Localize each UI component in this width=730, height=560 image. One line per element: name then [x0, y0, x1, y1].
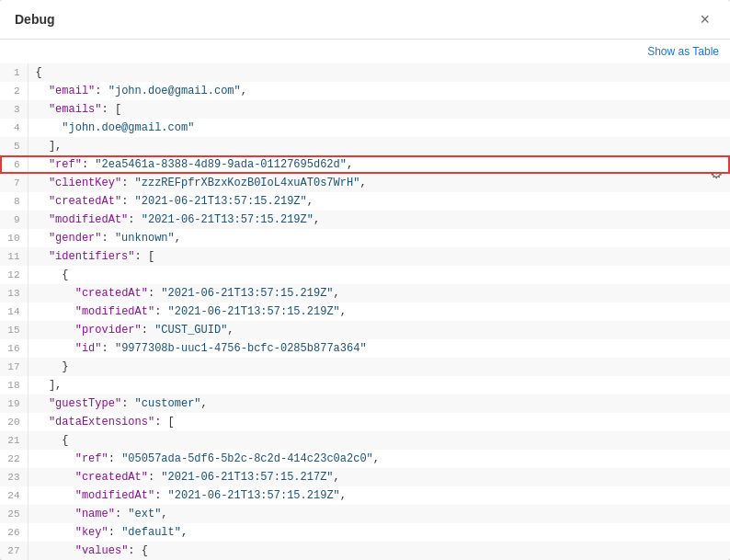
- line-content: "modifiedAt": "2021-06-21T13:57:15.219Z"…: [28, 303, 730, 321]
- line-content: "identifiers": [: [28, 247, 730, 266]
- line-content: "john.doe@gmail.com": [28, 119, 730, 137]
- table-row: 26 "key": "default",: [0, 523, 730, 542]
- table-row: 8 "createdAt": "2021-06-21T13:57:15.219Z…: [0, 192, 730, 211]
- table-row: 11 "identifiers": [: [0, 247, 730, 266]
- table-row: 12 {: [0, 266, 730, 284]
- line-number: 6: [0, 155, 28, 174]
- toolbar: Show as Table: [0, 40, 730, 63]
- debug-dialog: Debug × Show as Table 1{2 "email": "john…: [0, 0, 730, 560]
- json-table: 1{2 "email": "john.doe@gmail.com",3 "ema…: [0, 63, 730, 560]
- line-number: 10: [0, 229, 28, 247]
- table-row: 15 "provider": "CUST_GUID",: [0, 321, 730, 339]
- line-content: "createdAt": "2021-06-21T13:57:15.217Z",: [28, 468, 730, 486]
- line-number: 17: [0, 358, 28, 376]
- table-row: 27 "values": {: [0, 542, 730, 560]
- table-row: 22 "ref": "05057ada-5df6-5b2c-8c2d-414c2…: [0, 450, 730, 468]
- line-number: 5: [0, 137, 28, 155]
- line-content: }: [28, 358, 730, 376]
- line-number: 27: [0, 542, 28, 560]
- table-row: 19 "guestType": "customer",: [0, 394, 730, 413]
- table-row: 17 }: [0, 358, 730, 376]
- line-content: {: [28, 431, 730, 450]
- line-content: "values": {: [28, 542, 730, 560]
- line-number: 12: [0, 266, 28, 284]
- line-content: "ref": "2ea5461a-8388-4d89-9ada-01127695…: [28, 155, 730, 174]
- line-content: {: [28, 63, 730, 82]
- line-content: "modifiedAt": "2021-06-21T13:57:15.219Z"…: [28, 486, 730, 505]
- line-content: "provider": "CUST_GUID",: [28, 321, 730, 339]
- line-content: "dataExtensions": [: [28, 413, 730, 431]
- line-number: 3: [0, 100, 28, 119]
- line-content: {: [28, 266, 730, 284]
- line-content: ],: [28, 137, 730, 155]
- line-content: "ref": "05057ada-5df6-5b2c-8c2d-414c23c0…: [28, 450, 730, 468]
- table-row: 7 "clientKey": "zzzREFpfrXBzxKozB0IoL4xu…: [0, 174, 730, 192]
- table-row: 9 "modifiedAt": "2021-06-21T13:57:15.219…: [0, 211, 730, 229]
- table-row: 23 "createdAt": "2021-06-21T13:57:15.217…: [0, 468, 730, 486]
- line-content: "emails": [: [28, 100, 730, 119]
- table-row: 18 ],: [0, 376, 730, 394]
- line-number: 16: [0, 339, 28, 358]
- table-row: 20 "dataExtensions": [: [0, 413, 730, 431]
- table-row: 2 "email": "john.doe@gmail.com",: [0, 82, 730, 100]
- line-content: "clientKey": "zzzREFpfrXBzxKozB0IoL4xuAT…: [28, 174, 730, 192]
- line-content: "email": "john.doe@gmail.com",: [28, 82, 730, 100]
- table-row: 16 "id": "9977308b-uuc1-4756-bcfc-0285b8…: [0, 339, 730, 358]
- line-number: 4: [0, 119, 28, 137]
- line-content: ],: [28, 376, 730, 394]
- line-number: 13: [0, 284, 28, 303]
- table-row: 3 "emails": [: [0, 100, 730, 119]
- line-number: 15: [0, 321, 28, 339]
- table-row: 25 "name": "ext",: [0, 505, 730, 523]
- table-row: 21 {: [0, 431, 730, 450]
- line-number: 23: [0, 468, 28, 486]
- line-number: 11: [0, 247, 28, 266]
- dialog-header: Debug ×: [0, 0, 730, 40]
- line-number: 22: [0, 450, 28, 468]
- table-row: 6 "ref": "2ea5461a-8388-4d89-9ada-011276…: [0, 155, 730, 174]
- table-row: 10 "gender": "unknown",: [0, 229, 730, 247]
- line-content: "createdAt": "2021-06-21T13:57:15.219Z",: [28, 284, 730, 303]
- line-content: "name": "ext",: [28, 505, 730, 523]
- line-number: 14: [0, 303, 28, 321]
- table-row: 24 "modifiedAt": "2021-06-21T13:57:15.21…: [0, 486, 730, 505]
- line-number: 2: [0, 82, 28, 100]
- table-row: 5 ],: [0, 137, 730, 155]
- line-number: 20: [0, 413, 28, 431]
- line-number: 24: [0, 486, 28, 505]
- table-row: 14 "modifiedAt": "2021-06-21T13:57:15.21…: [0, 303, 730, 321]
- line-number: 7: [0, 174, 28, 192]
- show-as-table-button[interactable]: Show as Table: [647, 45, 719, 58]
- dialog-title: Debug: [15, 12, 55, 27]
- table-row: 4 "john.doe@gmail.com": [0, 119, 730, 137]
- table-row: 13 "createdAt": "2021-06-21T13:57:15.219…: [0, 284, 730, 303]
- table-row: 1{: [0, 63, 730, 82]
- line-number: 18: [0, 376, 28, 394]
- line-number: 9: [0, 211, 28, 229]
- line-number: 1: [0, 63, 28, 82]
- line-content: "createdAt": "2021-06-21T13:57:15.219Z",: [28, 192, 730, 211]
- json-viewer[interactable]: 1{2 "email": "john.doe@gmail.com",3 "ema…: [0, 63, 730, 560]
- line-number: 8: [0, 192, 28, 211]
- line-content: "guestType": "customer",: [28, 394, 730, 413]
- line-content: "id": "9977308b-uuc1-4756-bcfc-0285b877a…: [28, 339, 730, 358]
- line-number: 19: [0, 394, 28, 413]
- line-number: 21: [0, 431, 28, 450]
- line-number: 26: [0, 523, 28, 542]
- line-content: "gender": "unknown",: [28, 229, 730, 247]
- line-content: "modifiedAt": "2021-06-21T13:57:15.219Z"…: [28, 211, 730, 229]
- close-button[interactable]: ×: [694, 9, 715, 29]
- line-number: 25: [0, 505, 28, 523]
- line-content: "key": "default",: [28, 523, 730, 542]
